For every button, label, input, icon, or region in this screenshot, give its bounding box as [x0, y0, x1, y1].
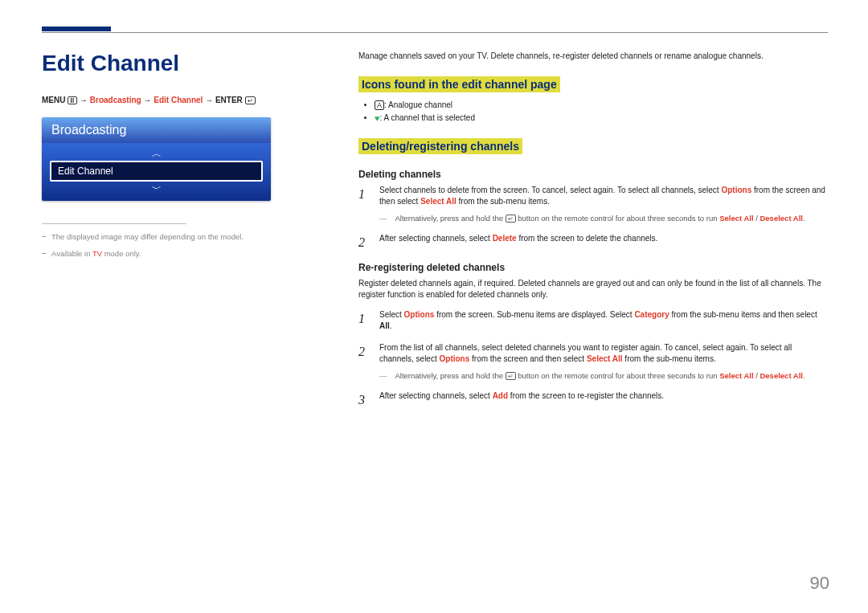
footnote-text: mode only.: [102, 249, 141, 258]
sub-note: Alternatively, press and hold the ↵ butt…: [379, 370, 828, 382]
footnote-text: Available in: [51, 249, 92, 258]
breadcrumb: MENU Ⅲ → Broadcasting → Edit Channel → E…: [42, 96, 315, 104]
icon-desc: : Analogue channel: [384, 100, 452, 109]
step-number: 1: [358, 185, 368, 224]
step-body: Select Options from the screen. Sub-menu…: [379, 309, 828, 333]
section-heading-icons: Icons found in the edit channel page: [358, 76, 560, 92]
intro-text: Manage channels saved on your TV. Delete…: [358, 51, 828, 62]
chevron-down-icon[interactable]: ﹀: [50, 183, 263, 194]
tv-menu-selected-item[interactable]: Edit Channel: [50, 161, 263, 182]
step-body: Select channels to delete from the scree…: [379, 185, 828, 224]
step-number: 3: [358, 390, 368, 409]
footnote-text: The displayed image may differ depending…: [51, 232, 244, 241]
breadcrumb-arrow: →: [143, 96, 151, 104]
breadcrumb-arrow: →: [205, 96, 213, 104]
breadcrumb-edit-channel: Edit Channel: [154, 96, 203, 104]
remote-e-icon: ↵: [506, 372, 516, 380]
footnote-highlight: TV: [92, 249, 102, 258]
top-rule: [42, 32, 828, 33]
step-body: After selecting channels, select Add fro…: [379, 390, 828, 409]
footnote: Available in TV mode only.: [42, 249, 315, 258]
step: 2 After selecting channels, select Delet…: [358, 233, 828, 251]
tv-menu-header: Broadcasting: [42, 117, 271, 143]
step: 1 Select channels to delete from the scr…: [358, 185, 828, 224]
breadcrumb-broadcasting: Broadcasting: [90, 96, 141, 104]
breadcrumb-enter: ENTER: [215, 96, 243, 104]
breadcrumb-arrow: →: [80, 96, 88, 104]
step: 3 After selecting channels, select Add f…: [358, 390, 828, 409]
remote-e-icon: ↵: [506, 215, 516, 223]
step-body: From the list of all channels, select de…: [379, 342, 828, 382]
footnote: The displayed image may differ depending…: [42, 232, 315, 241]
rereg-intro: Register deleted channels again, if requ…: [358, 278, 828, 301]
icon-list: A: Analogue channel ♥: A channel that is…: [375, 100, 828, 124]
list-item: ♥: A channel that is selected: [375, 113, 828, 123]
divider: [42, 223, 186, 224]
step: 2 From the list of all channels, select …: [358, 342, 828, 382]
chevron-up-icon[interactable]: ︿: [50, 148, 263, 159]
subheading-deleting: Deleting channels: [358, 169, 828, 180]
tv-menu-widget: Broadcasting ︿ Edit Channel ﹀: [42, 117, 271, 201]
step-number: 2: [358, 342, 368, 382]
list-item: A: Analogue channel: [375, 100, 828, 110]
enter-icon: ↵: [245, 96, 256, 104]
icon-desc: : A channel that is selected: [380, 113, 475, 122]
step-number: 1: [358, 309, 368, 333]
analogue-icon: A: [375, 100, 384, 110]
step-body: After selecting channels, select Delete …: [379, 233, 828, 251]
subheading-rereg: Re-registering deleted channels: [358, 262, 828, 273]
section-heading-delreg: Deleting/registering channels: [358, 138, 522, 154]
sub-note: Alternatively, press and hold the ↵ butt…: [379, 213, 828, 224]
page-number: 90: [810, 573, 829, 594]
menu-icon: Ⅲ: [68, 96, 77, 104]
page-title: Edit Channel: [42, 51, 315, 76]
right-column: Manage channels saved on your TV. Delete…: [358, 51, 828, 419]
step: 1 Select Options from the screen. Sub-me…: [358, 309, 828, 333]
breadcrumb-menu: MENU: [42, 96, 65, 104]
step-number: 2: [358, 233, 368, 251]
left-column: Edit Channel MENU Ⅲ → Broadcasting → Edi…: [42, 51, 315, 419]
